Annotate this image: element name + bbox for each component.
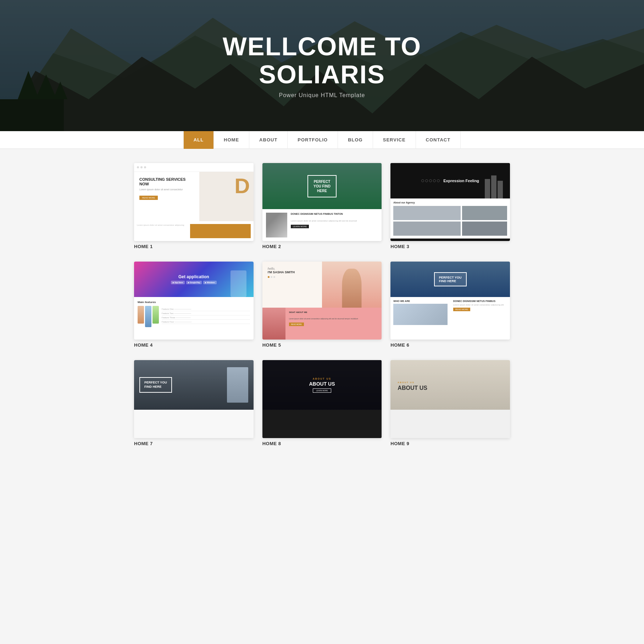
- templates-grid: CONSULTING SERVICES NOW Lorem ipsum dolo…: [127, 163, 517, 446]
- home5-label: HOME 5: [262, 342, 382, 348]
- home7-label: HOME 7: [134, 441, 254, 446]
- grid-item-home6[interactable]: PERFECT YOUFIND HERE WHO WE ARE DONEC DI…: [390, 262, 510, 348]
- grid-item-home8[interactable]: ABOUT US ABOUT US LEARN MORE HOME 8: [262, 360, 382, 446]
- nav-item-home[interactable]: HOME: [214, 131, 249, 149]
- grid-item-home4[interactable]: Get application ▶ App Store ▶ Google Pla…: [134, 262, 254, 348]
- thumbnail-home5: hello, I'M SASHA SMITH SIGHT ABOUT ME Lo…: [262, 262, 382, 340]
- thumbnail-home7: PERFECT YOUFIND HERE: [134, 360, 254, 438]
- nav-item-portfolio[interactable]: PORTFOLIO: [288, 131, 338, 149]
- nav-item-all[interactable]: ALL: [183, 131, 214, 149]
- nav-item-about[interactable]: ABOUT: [249, 131, 288, 149]
- grid-item-home3[interactable]: Expression Feeling About our Agency: [390, 163, 510, 249]
- thumbnail-home1: CONSULTING SERVICES NOW Lorem ipsum dolo…: [134, 163, 254, 241]
- grid-row-2: Get application ▶ App Store ▶ Google Pla…: [134, 262, 510, 348]
- home3-label: HOME 3: [390, 244, 510, 249]
- grid-item-home5[interactable]: hello, I'M SASHA SMITH SIGHT ABOUT ME Lo…: [262, 262, 382, 348]
- hero-section: WELLCOME TO SOLIARIS Power Unique HTML T…: [0, 0, 644, 131]
- grid-row-3: PERFECT YOUFIND HERE HOME 7 ABOUT US ABO…: [134, 360, 510, 446]
- home2-label: HOME 2: [262, 244, 382, 249]
- nav-item-service[interactable]: SERVICE: [373, 131, 416, 149]
- thumbnail-home6: PERFECT YOUFIND HERE WHO WE ARE DONEC DI…: [390, 262, 510, 340]
- home8-label: HOME 8: [262, 441, 382, 446]
- thumbnail-home4: Get application ▶ App Store ▶ Google Pla…: [134, 262, 254, 340]
- grid-item-home7[interactable]: PERFECT YOUFIND HERE HOME 7: [134, 360, 254, 446]
- home4-label: HOME 4: [134, 342, 254, 348]
- thumbnail-home9: ABOUT US ABOUT US: [390, 360, 510, 438]
- hero-content: WELLCOME TO SOLIARIS Power Unique HTML T…: [223, 33, 422, 99]
- grid-item-home9[interactable]: ABOUT US ABOUT US HOME 9: [390, 360, 510, 446]
- grid-row-1: CONSULTING SERVICES NOW Lorem ipsum dolo…: [134, 163, 510, 249]
- thumbnail-home2: PERFECTYOU FINDHERE DONEC DIGNISSIM NETU…: [262, 163, 382, 241]
- grid-item-home2[interactable]: PERFECTYOU FINDHERE DONEC DIGNISSIM NETU…: [262, 163, 382, 249]
- thumbnail-home8: ABOUT US ABOUT US LEARN MORE: [262, 360, 382, 438]
- home1-label: HOME 1: [134, 244, 254, 249]
- home9-label: HOME 9: [390, 441, 510, 446]
- hero-title: WELLCOME TO SOLIARIS: [223, 33, 422, 89]
- home6-label: HOME 6: [390, 342, 510, 348]
- hero-subtitle: Power Unique HTML Template: [223, 92, 422, 99]
- nav-item-contact[interactable]: CONTACT: [416, 131, 461, 149]
- grid-item-home1[interactable]: CONSULTING SERVICES NOW Lorem ipsum dolo…: [134, 163, 254, 249]
- filter-nav: ALL HOME ABOUT PORTFOLIO BLOG SERVICE CO…: [0, 131, 644, 149]
- nav-item-blog[interactable]: BLOG: [338, 131, 373, 149]
- thumbnail-home3: Expression Feeling About our Agency: [390, 163, 510, 241]
